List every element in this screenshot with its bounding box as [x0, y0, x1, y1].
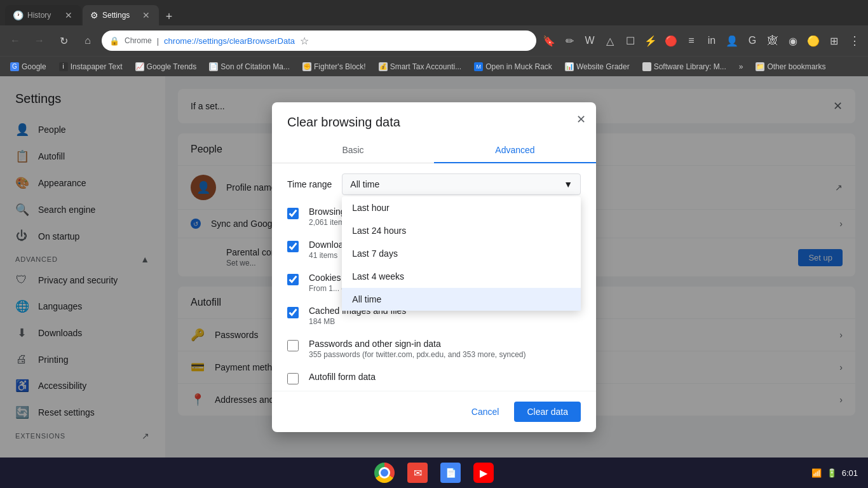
bookmark-fighters[interactable]: ✊ Fighter's Block!	[297, 60, 371, 73]
trends-favicon: 📈	[135, 62, 144, 71]
bookmark-softlib-label: Software Library: M...	[654, 62, 726, 71]
settings-tab-title: Settings	[102, 11, 137, 20]
passwords-title: Passwords and other sign-in data	[309, 339, 581, 349]
muck-favicon: M	[474, 62, 483, 71]
browser-wrapper: 🕐 History ✕ ⚙ Settings ✕ + ← → ↻ ⌂ 🔒 Chr…	[0, 0, 868, 76]
extension-icon-5[interactable]: ☐	[621, 32, 639, 50]
taskbar-mail-icon[interactable]: ✉	[406, 461, 429, 484]
autofill-title: Autofill form data	[309, 372, 581, 382]
google-favicon: G	[10, 62, 19, 71]
cached-checkbox[interactable]	[287, 307, 299, 318]
passwords-desc: 355 passwords (for twitter.com, pdx.edu,…	[309, 350, 581, 359]
option-last-7[interactable]: Last 7 days	[342, 242, 581, 265]
clear-data-button[interactable]: Clear data	[514, 402, 581, 422]
extension-icon-11[interactable]: G	[743, 32, 761, 50]
autofill-checkbox[interactable]	[287, 373, 299, 384]
home-button[interactable]: ⌂	[78, 30, 98, 51]
extension-icon-15[interactable]: ⊞	[825, 32, 843, 50]
passwords-content: Passwords and other sign-in data 355 pas…	[309, 339, 581, 359]
citation-favicon: 📄	[209, 62, 218, 71]
time-range-select[interactable]: All time ▼	[342, 173, 581, 195]
extension-icon-6[interactable]: ⚡	[642, 32, 660, 50]
history-tab-title: History	[27, 11, 60, 20]
bookmark-google-label: Google	[22, 62, 46, 71]
address-url-prefix: chrome://	[164, 36, 198, 46]
tab-advanced[interactable]: Advanced	[434, 137, 596, 163]
wifi-icon: 📶	[811, 468, 822, 478]
bookmark-muck-label: Open in Muck Rack	[485, 62, 552, 71]
address-separator: |	[157, 36, 159, 46]
webgrade-favicon: 📊	[565, 62, 574, 71]
extension-icon-7[interactable]: 🔴	[662, 32, 680, 50]
checkbox-autofill: Autofill form data	[272, 365, 596, 391]
dialog-close-button[interactable]: ✕	[576, 112, 586, 126]
new-tab-button[interactable]: +	[160, 8, 178, 25]
extension-icon-12[interactable]: 🕸	[764, 32, 782, 50]
dialog-title: Clear browsing data	[272, 102, 596, 137]
chrome-menu-button[interactable]: ⋮	[846, 31, 863, 50]
extension-icon-10[interactable]: 👤	[723, 32, 741, 50]
settings-tab-icon: ⚙	[90, 10, 98, 20]
bookmark-smarttax[interactable]: 💰 Smart Tax Accounti...	[374, 60, 467, 73]
address-url-path: settings	[198, 36, 227, 46]
bookmark-trends-label: Google Trends	[147, 62, 197, 71]
option-all-time[interactable]: All time	[342, 288, 581, 311]
extension-icon-8[interactable]: ≡	[682, 32, 700, 50]
settings-tab-close[interactable]: ✕	[141, 9, 151, 22]
bookmark-softlib[interactable]: 🏛 Software Library: M...	[637, 60, 731, 73]
tab-history[interactable]: 🕐 History ✕	[5, 5, 81, 25]
refresh-button[interactable]: ↻	[53, 30, 74, 51]
battery-icon: 🔋	[827, 468, 837, 478]
taskbar-docs-icon[interactable]: 📄	[439, 461, 462, 484]
other-favicon: 📁	[756, 62, 764, 71]
tab-basic[interactable]: Basic	[272, 137, 434, 163]
bookmark-smarttax-label: Smart Tax Accounti...	[390, 62, 462, 71]
cancel-button[interactable]: Cancel	[461, 402, 510, 422]
taskbar-chrome-icon[interactable]	[373, 461, 396, 484]
bookmarks-bar: G Google i Instapaper Text 📈 Google Tren…	[0, 56, 868, 76]
back-button[interactable]: ←	[5, 30, 25, 51]
bookmark-trends[interactable]: 📈 Google Trends	[130, 60, 202, 73]
address-url: chrome://settings/clearBrowserData	[164, 36, 295, 46]
history-tab-close[interactable]: ✕	[64, 9, 74, 22]
address-bar[interactable]: 🔒 Chrome | chrome://settings/clearBrowse…	[102, 30, 536, 51]
softlib-favicon: 🏛	[642, 62, 651, 71]
extension-icon-2[interactable]: ✏	[560, 32, 578, 50]
extension-icon-13[interactable]: ◉	[784, 32, 802, 50]
bookmark-google[interactable]: G Google	[5, 60, 51, 73]
bookmark-citation-label: Son of Citation Ma...	[220, 62, 290, 71]
taskbar: ✉ 📄 ▶ 📶 🔋 6:01	[0, 458, 868, 488]
bookmark-citation[interactable]: 📄 Son of Citation Ma...	[204, 60, 295, 73]
toolbar-icons: 🔖 ✏ W △ ☐ ⚡ 🔴 ≡ in 👤 G 🕸 ◉ 🟡 ⊞	[540, 32, 843, 50]
passwords-checkbox[interactable]	[287, 340, 299, 351]
time-range-select-container: All time ▼ Last hour Last 24 hours Last …	[342, 173, 581, 195]
tab-settings[interactable]: ⚙ Settings ✕	[83, 5, 159, 25]
bookmark-more[interactable]: »	[734, 60, 749, 73]
clear-browsing-dialog: Clear browsing data ✕ Basic Advanced Tim…	[272, 102, 596, 432]
forward-button[interactable]: →	[29, 30, 50, 51]
time-range-current-value: All time	[350, 179, 379, 189]
bookmark-webgrade[interactable]: 📊 Website Grader	[560, 60, 635, 73]
bookmark-instapaper[interactable]: i Instapaper Text	[54, 60, 128, 73]
extension-icon-9[interactable]: in	[703, 32, 721, 50]
downloads-checkbox[interactable]	[287, 241, 299, 252]
option-last-24[interactable]: Last 24 hours	[342, 219, 581, 242]
bookmark-other-label: Other bookmarks	[767, 62, 825, 71]
extension-icon-4[interactable]: △	[601, 32, 619, 50]
bookmark-muck[interactable]: M Open in Muck Rack	[469, 60, 557, 73]
cookies-checkbox[interactable]	[287, 274, 299, 285]
bookmark-other[interactable]: 📁 Other bookmarks	[750, 60, 831, 73]
taskbar-youtube-icon[interactable]: ▶	[472, 461, 495, 484]
nav-bar: ← → ↻ ⌂ 🔒 Chrome | chrome://settings/cle…	[0, 25, 868, 56]
youtube-logo: ▶	[473, 463, 494, 483]
dialog-overlay: Clear browsing data ✕ Basic Advanced Tim…	[0, 76, 868, 458]
option-last-hour[interactable]: Last hour	[342, 196, 581, 219]
mail-logo: ✉	[407, 463, 428, 483]
option-last-4w[interactable]: Last 4 weeks	[342, 265, 581, 288]
extension-icon-1[interactable]: 🔖	[540, 32, 558, 50]
browsing-checkbox[interactable]	[287, 208, 299, 219]
extension-icon-3[interactable]: W	[581, 32, 599, 50]
address-secure-label: Chrome	[125, 36, 152, 45]
bookmark-star-button[interactable]: ☆	[300, 35, 309, 47]
extension-icon-14[interactable]: 🟡	[804, 32, 822, 50]
